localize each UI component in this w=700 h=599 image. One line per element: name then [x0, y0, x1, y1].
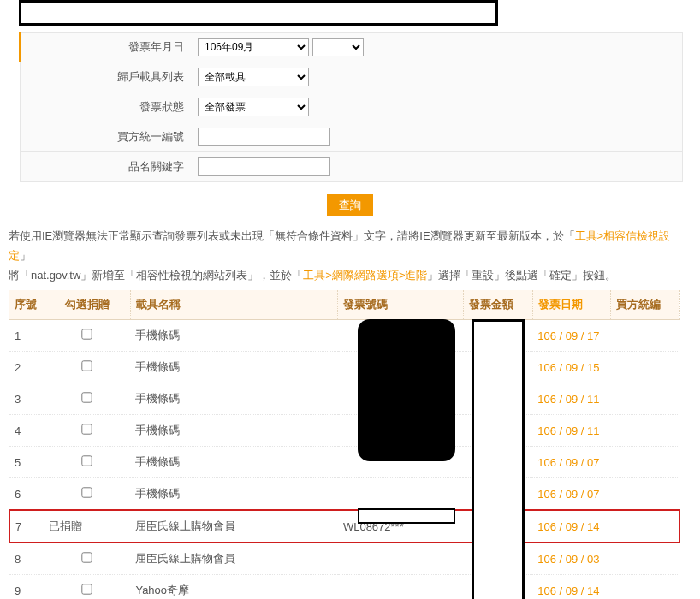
- donate-checkbox[interactable]: [82, 456, 92, 466]
- donate-checkbox[interactable]: [82, 553, 92, 563]
- cell-carrier-name: 屈臣氏線上購物會員: [130, 543, 337, 575]
- cell-invoice-date: 106 / 09 / 15: [532, 352, 610, 383]
- cell-invoice-number: [338, 575, 463, 599]
- cell-invoice-date: 106 / 09 / 14: [532, 510, 610, 543]
- cell-buyer-bn: [610, 415, 679, 447]
- donate-checkbox[interactable]: [82, 361, 92, 371]
- cell-invoice-date: 106 / 09 / 14: [532, 575, 610, 599]
- select-day[interactable]: [312, 38, 364, 56]
- col-carrier-name: 載具名稱: [130, 290, 337, 320]
- cell-select: [44, 320, 130, 352]
- cell-invoice-number: [338, 543, 463, 575]
- label-carrier-list: 歸戶載具列表: [20, 62, 191, 92]
- col-seq: 序號: [9, 290, 44, 320]
- cell-select: [44, 575, 130, 599]
- redacted-header-box: [19, 0, 498, 26]
- query-button[interactable]: 查詢: [327, 194, 373, 216]
- cell-carrier-name: 手機條碼: [130, 478, 337, 511]
- cell-invoice-date: 106 / 09 / 03: [532, 543, 610, 575]
- cell-invoice-date: 106 / 09 / 07: [532, 447, 610, 478]
- cell-select: [44, 352, 130, 383]
- cell-seq: 9: [9, 575, 44, 599]
- table-row: 4手機條碼106 / 09 / 11: [9, 415, 679, 447]
- donate-checkbox[interactable]: [82, 584, 92, 595]
- cell-select: [44, 383, 130, 415]
- redacted-invoice-number-row8: [358, 508, 455, 524]
- cell-invoice-date: 106 / 09 / 11: [532, 415, 610, 447]
- col-invoice-date: 發票日期: [532, 290, 610, 320]
- col-invoice-number: 發票號碼: [338, 290, 463, 320]
- donate-checkbox[interactable]: [82, 329, 92, 340]
- table-row: 1手機條碼106 / 09 / 17: [9, 320, 679, 352]
- cell-buyer-bn: [610, 543, 679, 575]
- cell-buyer-bn: [610, 447, 679, 478]
- donate-checkbox[interactable]: [82, 488, 92, 498]
- cell-seq: 6: [9, 478, 44, 511]
- cell-select: [44, 447, 130, 478]
- search-form: 發票年月日 106年09月 歸戶載具列表 全部載具 發票狀態 全部發票 買方統一…: [19, 32, 683, 182]
- select-carrier[interactable]: 全部載具: [198, 68, 309, 86]
- input-keyword[interactable]: [198, 157, 330, 176]
- cell-buyer-bn: [610, 510, 679, 543]
- cell-select: 已捐贈: [44, 510, 130, 543]
- table-row: 2手機條碼106 / 09 / 15: [9, 352, 679, 383]
- cell-buyer-bn: [610, 575, 679, 599]
- cell-invoice-number: [338, 478, 463, 511]
- label-invoice-status: 發票狀態: [20, 92, 191, 122]
- cell-select: [44, 543, 130, 575]
- select-status[interactable]: 全部發票: [198, 98, 309, 116]
- table-row: 9Yahoo奇摩106 / 09 / 14: [9, 575, 679, 599]
- cell-invoice-date: 106 / 09 / 07: [532, 478, 610, 511]
- cell-carrier-name: 手機條碼: [130, 320, 337, 352]
- input-buyer-bn[interactable]: [198, 128, 330, 146]
- cell-invoice-date: 106 / 09 / 17: [532, 320, 610, 352]
- results-table: 序號 勾選捐贈 載具名稱 發票號碼 發票金額 發票日期 買方統編 1手機條碼10…: [9, 290, 680, 599]
- donate-checkbox[interactable]: [82, 393, 92, 403]
- cell-seq: 4: [9, 415, 44, 447]
- cell-select: [44, 415, 130, 447]
- cell-buyer-bn: [610, 383, 679, 415]
- col-invoice-amount: 發票金額: [463, 290, 532, 320]
- col-buyer-bn: 買方統編: [610, 290, 679, 320]
- cell-select: [44, 478, 130, 511]
- table-row: 3手機條碼106 / 09 / 11: [9, 383, 679, 415]
- cell-seq: 7: [9, 510, 44, 543]
- cell-seq: 1: [9, 320, 44, 352]
- cell-buyer-bn: [610, 352, 679, 383]
- table-row: 5手機條碼106 / 09 / 07: [9, 447, 679, 478]
- donate-checkbox[interactable]: [82, 424, 92, 435]
- cell-carrier-name: 屈臣氏線上購物會員: [130, 510, 337, 543]
- redacted-invoice-amounts: [472, 319, 525, 599]
- table-row: 7已捐贈屈臣氏線上購物會員WL08672***106 / 09 / 14: [9, 510, 679, 543]
- cell-carrier-name: 手機條碼: [130, 352, 337, 383]
- col-select: 勾選捐贈: [44, 290, 130, 320]
- cell-seq: 2: [9, 352, 44, 383]
- table-row: 8屈臣氏線上購物會員106 / 09 / 03: [9, 543, 679, 575]
- label-product-keyword: 品名關鍵字: [20, 152, 191, 182]
- cell-seq: 8: [9, 543, 44, 575]
- cell-buyer-bn: [610, 478, 679, 511]
- label-invoice-date: 發票年月日: [20, 33, 191, 62]
- cell-invoice-date: 106 / 09 / 11: [532, 383, 610, 415]
- redacted-invoice-numbers: [358, 319, 455, 461]
- cell-buyer-bn: [610, 320, 679, 352]
- cell-carrier-name: 手機條碼: [130, 383, 337, 415]
- donated-label: 已捐贈: [49, 519, 82, 532]
- label-buyer-bn: 買方統一編號: [20, 122, 191, 152]
- select-year-month[interactable]: 106年09月: [198, 38, 309, 56]
- cell-carrier-name: 手機條碼: [130, 415, 337, 447]
- compatibility-note: 若使用IE瀏覽器無法正常顯示查詢發票列表或未出現「無符合條件資料」文字，請將IE…: [9, 227, 688, 285]
- cell-carrier-name: Yahoo奇摩: [130, 575, 337, 599]
- results-area: 序號 勾選捐贈 載具名稱 發票號碼 發票金額 發票日期 買方統編 1手機條碼10…: [0, 290, 700, 599]
- cell-seq: 5: [9, 447, 44, 478]
- table-row: 6手機條碼106 / 09 / 07: [9, 478, 679, 511]
- cell-carrier-name: 手機條碼: [130, 447, 337, 478]
- cell-seq: 3: [9, 383, 44, 415]
